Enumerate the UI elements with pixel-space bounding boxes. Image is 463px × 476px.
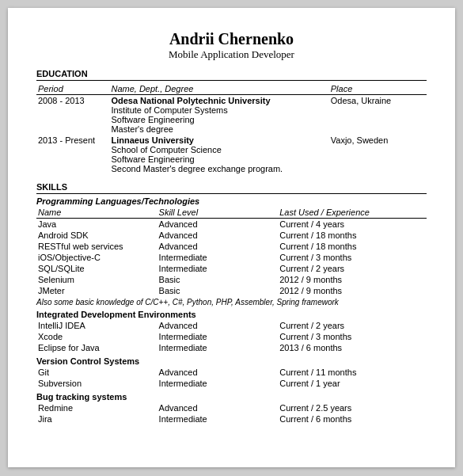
prog-level: Intermediate — [157, 263, 279, 274]
row-exp: Current / 11 months — [278, 367, 427, 378]
prog-level: Advanced — [157, 219, 279, 230]
prog-row: Android SDKAdvancedCurrent / 18 months — [36, 230, 427, 241]
prog-exp: Current / 4 years — [278, 219, 427, 230]
prog-exp: Current / 18 months — [278, 241, 427, 252]
skills-divider — [36, 193, 427, 194]
row-name: Eclipse for Java — [36, 342, 157, 353]
prog-row: SeleniumBasic2012 / 9 months — [36, 274, 427, 285]
table-row: IntelliJ IDEAAdvancedCurrent / 2 years — [36, 320, 427, 331]
row-name: Git — [36, 367, 157, 378]
prog-note: Also some basic knowledge of C/C++, C#, … — [36, 298, 427, 307]
row-exp: Current / 2 years — [278, 320, 427, 331]
prog-row: JMeterBasic2012 / 9 months — [36, 285, 427, 296]
vcs-label: Version Control Systems — [36, 356, 427, 366]
education-section-title: EDUCATION — [36, 69, 427, 78]
edu-col-place: Place — [329, 83, 427, 95]
vcs-table: GitAdvancedCurrent / 11 monthsSubversion… — [36, 367, 427, 389]
candidate-name: Andrii Chernenko — [36, 30, 427, 48]
prog-row: SQL/SQLiteIntermediateCurrent / 2 years — [36, 263, 427, 274]
row-exp: Current / 2.5 years — [278, 402, 427, 413]
prog-lang-table: Name Skill Level Last Used / Experience … — [36, 207, 427, 296]
prog-col-level: Skill Level — [157, 207, 279, 219]
edu-col-name: Name, Dept., Degree — [109, 83, 328, 95]
row-exp: Current / 1 year — [278, 378, 427, 389]
prog-level: Basic — [157, 285, 279, 296]
prog-name: Java — [36, 219, 157, 230]
education-table: Period Name, Dept., Degree Place 2008 - … — [36, 83, 427, 174]
edu-place: Vaxjo, Sweden — [329, 135, 427, 174]
ide-table: IntelliJ IDEAAdvancedCurrent / 2 yearsXc… — [36, 320, 427, 353]
prog-row: RESTful web servicesAdvancedCurrent / 18… — [36, 241, 427, 252]
prog-row: JavaAdvancedCurrent / 4 years — [36, 219, 427, 230]
row-name: Subversion — [36, 378, 157, 389]
prog-exp: Current / 2 years — [278, 263, 427, 274]
row-exp: Current / 3 months — [278, 331, 427, 342]
row-level: Advanced — [157, 402, 279, 413]
prog-col-exp: Last Used / Experience — [278, 207, 427, 219]
row-level: Advanced — [157, 367, 279, 378]
edu-row: 2008 - 2013Odesa National Polytechnic Un… — [36, 95, 427, 135]
row-exp: 2013 / 6 months — [278, 342, 427, 353]
edu-name: Odesa National Polytechnic UniversityIns… — [109, 95, 328, 135]
row-name: Jira — [36, 413, 157, 425]
row-name: Redmine — [36, 402, 157, 413]
prog-name: iOS/Objective-C — [36, 252, 157, 263]
header: Andrii Chernenko Mobile Application Deve… — [36, 30, 427, 61]
table-row: XcodeIntermediateCurrent / 3 months — [36, 331, 427, 342]
table-row: JiraIntermediateCurrent / 6 months — [36, 413, 427, 425]
education-divider — [36, 80, 427, 81]
ide-label: Integrated Development Environments — [36, 310, 427, 319]
prog-name: JMeter — [36, 285, 157, 296]
resume-page: Andrii Chernenko Mobile Application Deve… — [8, 8, 455, 467]
row-exp: Current / 6 months — [278, 413, 427, 425]
prog-header-row: Name Skill Level Last Used / Experience — [36, 207, 427, 219]
prog-exp: Current / 18 months — [278, 230, 427, 241]
edu-col-period: Period — [36, 83, 109, 95]
prog-lang-subtitle: Programming Languages/Technologies — [36, 196, 427, 206]
prog-name: RESTful web services — [36, 241, 157, 252]
edu-place: Odesa, Ukraine — [329, 95, 427, 135]
edu-period: 2008 - 2013 — [36, 95, 109, 135]
prog-exp: 2012 / 9 months — [278, 285, 427, 296]
edu-header-row: Period Name, Dept., Degree Place — [36, 83, 427, 95]
row-level: Intermediate — [157, 331, 279, 342]
row-level: Intermediate — [157, 378, 279, 389]
prog-exp: Current / 3 months — [278, 252, 427, 263]
table-row: SubversionIntermediateCurrent / 1 year — [36, 378, 427, 389]
prog-name: Android SDK — [36, 230, 157, 241]
prog-level: Intermediate — [157, 252, 279, 263]
edu-row: 2013 - PresentLinnaeus UniversitySchool … — [36, 135, 427, 174]
edu-name: Linnaeus UniversitySchool of Computer Sc… — [109, 135, 328, 174]
prog-exp: 2012 / 9 months — [278, 274, 427, 285]
prog-col-name: Name — [36, 207, 157, 219]
prog-name: Selenium — [36, 274, 157, 285]
prog-level: Advanced — [157, 241, 279, 252]
row-level: Advanced — [157, 320, 279, 331]
edu-period: 2013 - Present — [36, 135, 109, 174]
table-row: RedmineAdvancedCurrent / 2.5 years — [36, 402, 427, 413]
prog-row: iOS/Objective-CIntermediateCurrent / 3 m… — [36, 252, 427, 263]
prog-level: Advanced — [157, 230, 279, 241]
skills-section-title: SKILLS — [36, 182, 427, 192]
row-name: Xcode — [36, 331, 157, 342]
row-name: IntelliJ IDEA — [36, 320, 157, 331]
candidate-title: Mobile Application Developer — [36, 48, 427, 61]
bug-table: RedmineAdvancedCurrent / 2.5 yearsJiraIn… — [36, 402, 427, 425]
table-row: GitAdvancedCurrent / 11 months — [36, 367, 427, 378]
row-level: Intermediate — [157, 413, 279, 425]
table-row: Eclipse for JavaIntermediate2013 / 6 mon… — [36, 342, 427, 353]
row-level: Intermediate — [157, 342, 279, 353]
prog-name: SQL/SQLite — [36, 263, 157, 274]
bug-label: Bug tracking systems — [36, 392, 427, 402]
prog-level: Basic — [157, 274, 279, 285]
